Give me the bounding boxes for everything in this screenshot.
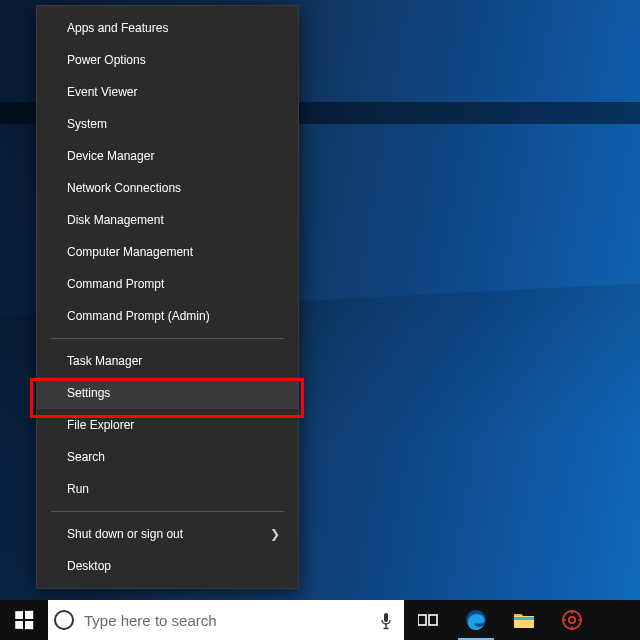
menu-disk-management[interactable]: Disk Management xyxy=(37,204,298,236)
taskbar-search-box[interactable]: Type here to search xyxy=(48,600,404,640)
winx-context-menu: Apps and Features Power Options Event Vi… xyxy=(36,5,299,589)
menu-system[interactable]: System xyxy=(37,108,298,140)
menu-item-label: Desktop xyxy=(67,559,111,573)
menu-apps-and-features[interactable]: Apps and Features xyxy=(37,12,298,44)
menu-settings[interactable]: Settings xyxy=(37,377,298,409)
svg-rect-0 xyxy=(384,613,388,622)
menu-item-label: Command Prompt (Admin) xyxy=(67,309,210,323)
menu-device-manager[interactable]: Device Manager xyxy=(37,140,298,172)
menu-search[interactable]: Search xyxy=(37,441,298,473)
menu-item-label: Task Manager xyxy=(67,354,142,368)
gear-circle-icon xyxy=(561,609,583,631)
edge-icon xyxy=(465,609,487,631)
menu-item-label: Power Options xyxy=(67,53,146,67)
svg-point-7 xyxy=(563,611,581,629)
menu-task-manager[interactable]: Task Manager xyxy=(37,345,298,377)
menu-item-label: Apps and Features xyxy=(67,21,168,35)
start-button[interactable] xyxy=(0,600,48,640)
menu-item-label: File Explorer xyxy=(67,418,134,432)
menu-command-prompt-admin[interactable]: Command Prompt (Admin) xyxy=(37,300,298,332)
folder-icon xyxy=(513,611,535,629)
menu-item-label: Settings xyxy=(67,386,110,400)
menu-shut-down-or-sign-out[interactable]: Shut down or sign out ❯ xyxy=(37,518,298,550)
windows-logo-icon xyxy=(15,611,32,629)
menu-item-label: System xyxy=(67,117,107,131)
task-view-icon xyxy=(418,612,438,628)
menu-computer-management[interactable]: Computer Management xyxy=(37,236,298,268)
menu-run[interactable]: Run xyxy=(37,473,298,505)
menu-separator xyxy=(51,511,284,512)
menu-item-label: Event Viewer xyxy=(67,85,137,99)
menu-file-explorer[interactable]: File Explorer xyxy=(37,409,298,441)
menu-command-prompt[interactable]: Command Prompt xyxy=(37,268,298,300)
taskbar-app-edge[interactable] xyxy=(452,600,500,640)
svg-rect-4 xyxy=(429,615,437,625)
menu-item-label: Shut down or sign out xyxy=(67,527,183,541)
microphone-icon[interactable] xyxy=(378,610,394,630)
menu-item-label: Device Manager xyxy=(67,149,154,163)
task-view-button[interactable] xyxy=(404,600,452,640)
svg-point-8 xyxy=(569,617,575,623)
menu-item-label: Run xyxy=(67,482,89,496)
menu-desktop[interactable]: Desktop xyxy=(37,550,298,582)
taskbar-items xyxy=(404,600,596,640)
svg-rect-3 xyxy=(418,615,426,625)
taskbar-app-file-explorer[interactable] xyxy=(500,600,548,640)
menu-item-label: Network Connections xyxy=(67,181,181,195)
taskbar-app-generic[interactable] xyxy=(548,600,596,640)
cortana-circle-icon xyxy=(54,610,74,630)
taskbar: Type here to search xyxy=(0,600,640,640)
menu-item-label: Computer Management xyxy=(67,245,193,259)
search-placeholder: Type here to search xyxy=(84,612,217,629)
menu-item-label: Disk Management xyxy=(67,213,164,227)
svg-rect-6 xyxy=(514,617,534,620)
chevron-right-icon: ❯ xyxy=(270,527,280,541)
menu-power-options[interactable]: Power Options xyxy=(37,44,298,76)
menu-network-connections[interactable]: Network Connections xyxy=(37,172,298,204)
menu-item-label: Command Prompt xyxy=(67,277,164,291)
menu-event-viewer[interactable]: Event Viewer xyxy=(37,76,298,108)
desktop: Apps and Features Power Options Event Vi… xyxy=(0,0,640,640)
menu-separator xyxy=(51,338,284,339)
menu-item-label: Search xyxy=(67,450,105,464)
